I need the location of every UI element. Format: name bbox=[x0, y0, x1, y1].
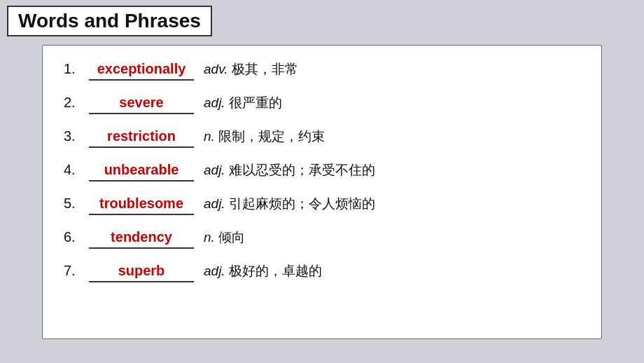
list-item: 4. unbearable adj. 难以忍受的；承受不住的 bbox=[64, 159, 580, 182]
word-text: unbearable bbox=[104, 159, 179, 180]
item-number: 3. bbox=[64, 125, 89, 146]
list-item: 5. troublesome adj. 引起麻烦的；令人烦恼的 bbox=[64, 193, 580, 215]
list-item: 6. tendency n. 倾向 bbox=[64, 226, 580, 249]
part-of-speech: n. bbox=[204, 230, 215, 245]
item-number: 4. bbox=[64, 159, 89, 180]
part-of-speech: adj. bbox=[204, 263, 225, 278]
definition: adj. 难以忍受的；承受不住的 bbox=[204, 160, 375, 181]
main-card: 1. exceptionally adv. 极其，非常 2. severe ad… bbox=[42, 45, 602, 339]
word-blank: severe bbox=[89, 92, 194, 114]
word-blank: troublesome bbox=[89, 193, 194, 215]
word-blank: exceptionally bbox=[89, 58, 194, 81]
definition-cn: 极其，非常 bbox=[232, 62, 298, 76]
word-blank: tendency bbox=[89, 226, 194, 249]
definition-cn: 引起麻烦的；令人烦恼的 bbox=[229, 196, 375, 211]
word-text: restriction bbox=[107, 125, 176, 146]
item-number: 1. bbox=[64, 58, 89, 79]
definition: adv. 极其，非常 bbox=[204, 60, 298, 80]
definition: n. 倾向 bbox=[204, 228, 245, 248]
item-number: 5. bbox=[64, 193, 89, 214]
definition-cn: 很严重的 bbox=[229, 95, 282, 110]
definition: adj. 很严重的 bbox=[204, 93, 282, 114]
word-blank: unbearable bbox=[89, 159, 194, 182]
definition: n. 限制，规定，约束 bbox=[204, 127, 325, 147]
word-text: severe bbox=[119, 92, 163, 113]
definition-cn: 限制，规定，约束 bbox=[218, 129, 325, 144]
word-text: exceptionally bbox=[97, 58, 186, 79]
list-item: 1. exceptionally adv. 极其，非常 bbox=[64, 58, 580, 81]
list-item: 2. severe adj. 很严重的 bbox=[64, 92, 580, 114]
vocab-list: 1. exceptionally adv. 极其，非常 2. severe ad… bbox=[64, 58, 580, 282]
definition: adj. 极好的，卓越的 bbox=[204, 261, 322, 282]
part-of-speech: adj. bbox=[204, 163, 225, 177]
page-title: Words and Phrases bbox=[18, 10, 201, 32]
part-of-speech: n. bbox=[204, 129, 215, 144]
item-number: 2. bbox=[64, 92, 89, 113]
definition-cn: 倾向 bbox=[218, 230, 245, 245]
part-of-speech: adj. bbox=[204, 196, 225, 211]
part-of-speech: adv. bbox=[204, 62, 228, 76]
definition-cn: 极好的，卓越的 bbox=[229, 263, 322, 278]
list-item: 7. superb adj. 极好的，卓越的 bbox=[64, 260, 580, 282]
word-text: superb bbox=[118, 260, 165, 281]
word-blank: superb bbox=[89, 260, 194, 282]
title-box: Words and Phrases bbox=[7, 6, 212, 36]
word-text: troublesome bbox=[99, 193, 183, 214]
word-blank: restriction bbox=[89, 125, 194, 148]
definition-cn: 难以忍受的；承受不住的 bbox=[229, 163, 375, 177]
item-number: 6. bbox=[64, 226, 89, 247]
word-text: tendency bbox=[111, 226, 172, 247]
item-number: 7. bbox=[64, 260, 89, 281]
definition: adj. 引起麻烦的；令人烦恼的 bbox=[204, 194, 375, 214]
part-of-speech: adj. bbox=[204, 95, 225, 110]
list-item: 3. restriction n. 限制，规定，约束 bbox=[64, 125, 580, 148]
